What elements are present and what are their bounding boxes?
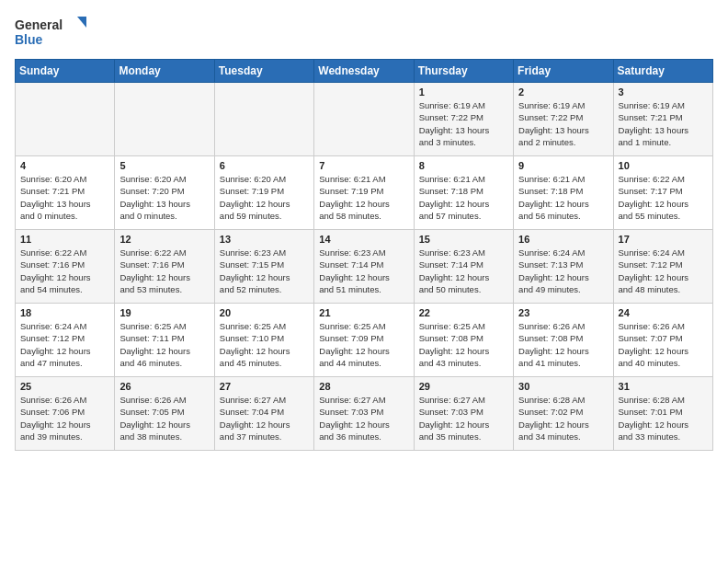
day-info: Sunrise: 6:19 AMSunset: 7:21 PMDaylight:… [619, 99, 708, 148]
column-header-wednesday: Wednesday [314, 60, 414, 83]
day-number: 12 [119, 234, 209, 245]
calendar-cell: 29Sunrise: 6:27 AMSunset: 7:03 PMDayligh… [414, 377, 513, 451]
calendar-week-row: 25Sunrise: 6:26 AMSunset: 7:06 PMDayligh… [16, 377, 713, 451]
day-info: Sunrise: 6:26 AMSunset: 7:08 PMDaylight:… [518, 320, 608, 369]
day-number: 14 [319, 234, 408, 245]
day-info: Sunrise: 6:23 AMSunset: 7:14 PMDaylight:… [419, 247, 508, 295]
day-info: Sunrise: 6:24 AMSunset: 7:12 PMDaylight:… [20, 320, 109, 369]
calendar-header-row: SundayMondayTuesdayWednesdayThursdayFrid… [16, 60, 713, 83]
calendar-cell: 25Sunrise: 6:26 AMSunset: 7:06 PMDayligh… [16, 377, 115, 451]
column-header-thursday: Thursday [414, 60, 513, 83]
calendar-week-row: 11Sunrise: 6:22 AMSunset: 7:16 PMDayligh… [16, 230, 713, 304]
day-number: 15 [419, 234, 508, 245]
day-number: 5 [119, 160, 209, 171]
day-number: 27 [220, 381, 309, 392]
day-info: Sunrise: 6:21 AMSunset: 7:19 PMDaylight:… [319, 173, 408, 222]
calendar-cell: 21Sunrise: 6:25 AMSunset: 7:09 PMDayligh… [314, 304, 414, 377]
column-header-sunday: Sunday [16, 60, 115, 83]
day-info: Sunrise: 6:27 AMSunset: 7:03 PMDaylight:… [319, 394, 408, 442]
day-info: Sunrise: 6:22 AMSunset: 7:17 PMDaylight:… [619, 173, 708, 222]
calendar-week-row: 4Sunrise: 6:20 AMSunset: 7:21 PMDaylight… [16, 156, 713, 230]
calendar-cell: 7Sunrise: 6:21 AMSunset: 7:19 PMDaylight… [314, 156, 414, 230]
day-number: 18 [20, 307, 109, 318]
calendar-week-row: 18Sunrise: 6:24 AMSunset: 7:12 PMDayligh… [16, 304, 713, 377]
day-info: Sunrise: 6:20 AMSunset: 7:21 PMDaylight:… [20, 173, 109, 222]
day-info: Sunrise: 6:24 AMSunset: 7:12 PMDaylight:… [619, 247, 708, 295]
calendar-cell: 30Sunrise: 6:28 AMSunset: 7:02 PMDayligh… [514, 377, 613, 451]
day-info: Sunrise: 6:27 AMSunset: 7:04 PMDaylight:… [220, 394, 309, 442]
day-info: Sunrise: 6:22 AMSunset: 7:16 PMDaylight:… [20, 247, 109, 295]
day-info: Sunrise: 6:26 AMSunset: 7:07 PMDaylight:… [619, 320, 708, 369]
day-info: Sunrise: 6:25 AMSunset: 7:09 PMDaylight:… [319, 320, 408, 369]
calendar-cell: 5Sunrise: 6:20 AMSunset: 7:20 PMDaylight… [115, 156, 214, 230]
day-number: 1 [419, 86, 508, 98]
day-number: 17 [619, 234, 708, 245]
day-number: 9 [518, 160, 608, 171]
column-header-tuesday: Tuesday [214, 60, 313, 83]
column-header-monday: Monday [115, 60, 214, 83]
svg-marker-1 [77, 17, 86, 28]
calendar-cell [16, 83, 115, 156]
day-number: 11 [20, 234, 109, 245]
day-number: 28 [319, 381, 408, 392]
day-info: Sunrise: 6:23 AMSunset: 7:15 PMDaylight:… [220, 247, 309, 295]
calendar-cell: 8Sunrise: 6:21 AMSunset: 7:18 PMDaylight… [414, 156, 513, 230]
day-info: Sunrise: 6:24 AMSunset: 7:13 PMDaylight:… [518, 247, 608, 295]
calendar-cell: 31Sunrise: 6:28 AMSunset: 7:01 PMDayligh… [613, 377, 712, 451]
calendar-cell: 22Sunrise: 6:25 AMSunset: 7:08 PMDayligh… [414, 304, 513, 377]
calendar-cell: 9Sunrise: 6:21 AMSunset: 7:18 PMDaylight… [514, 156, 613, 230]
calendar-cell: 6Sunrise: 6:20 AMSunset: 7:19 PMDaylight… [214, 156, 313, 230]
day-info: Sunrise: 6:27 AMSunset: 7:03 PMDaylight:… [419, 394, 508, 442]
day-number: 22 [419, 307, 508, 318]
day-number: 2 [518, 86, 608, 98]
day-info: Sunrise: 6:20 AMSunset: 7:20 PMDaylight:… [119, 173, 209, 222]
calendar-cell [314, 83, 414, 156]
day-info: Sunrise: 6:19 AMSunset: 7:22 PMDaylight:… [518, 99, 608, 148]
calendar-cell: 27Sunrise: 6:27 AMSunset: 7:04 PMDayligh… [214, 377, 313, 451]
day-number: 3 [619, 86, 708, 98]
day-info: Sunrise: 6:25 AMSunset: 7:10 PMDaylight:… [220, 320, 309, 369]
calendar-cell: 10Sunrise: 6:22 AMSunset: 7:17 PMDayligh… [613, 156, 712, 230]
day-info: Sunrise: 6:19 AMSunset: 7:22 PMDaylight:… [419, 99, 508, 148]
calendar-cell: 17Sunrise: 6:24 AMSunset: 7:12 PMDayligh… [613, 230, 712, 304]
calendar-cell: 20Sunrise: 6:25 AMSunset: 7:10 PMDayligh… [214, 304, 313, 377]
day-number: 24 [619, 307, 708, 318]
day-info: Sunrise: 6:25 AMSunset: 7:11 PMDaylight:… [119, 320, 209, 369]
day-number: 7 [319, 160, 408, 171]
calendar-table: SundayMondayTuesdayWednesdayThursdayFrid… [15, 59, 713, 451]
day-number: 16 [518, 234, 608, 245]
day-info: Sunrise: 6:21 AMSunset: 7:18 PMDaylight:… [518, 173, 608, 222]
calendar-cell: 4Sunrise: 6:20 AMSunset: 7:21 PMDaylight… [16, 156, 115, 230]
day-number: 20 [220, 307, 309, 318]
day-number: 29 [419, 381, 508, 392]
day-info: Sunrise: 6:20 AMSunset: 7:19 PMDaylight:… [220, 173, 309, 222]
day-number: 26 [119, 381, 209, 392]
day-number: 25 [20, 381, 109, 392]
day-number: 6 [220, 160, 309, 171]
calendar-cell: 13Sunrise: 6:23 AMSunset: 7:15 PMDayligh… [214, 230, 313, 304]
day-info: Sunrise: 6:28 AMSunset: 7:01 PMDaylight:… [619, 394, 708, 442]
calendar-cell: 16Sunrise: 6:24 AMSunset: 7:13 PMDayligh… [514, 230, 613, 304]
calendar-cell: 3Sunrise: 6:19 AMSunset: 7:21 PMDaylight… [613, 83, 712, 156]
day-number: 23 [518, 307, 608, 318]
day-info: Sunrise: 6:28 AMSunset: 7:02 PMDaylight:… [518, 394, 608, 442]
day-number: 13 [220, 234, 309, 245]
svg-text:Blue: Blue [15, 32, 43, 47]
calendar-cell: 24Sunrise: 6:26 AMSunset: 7:07 PMDayligh… [613, 304, 712, 377]
day-number: 21 [319, 307, 408, 318]
svg-text:General: General [15, 17, 63, 32]
day-info: Sunrise: 6:26 AMSunset: 7:06 PMDaylight:… [20, 394, 109, 442]
calendar-cell: 18Sunrise: 6:24 AMSunset: 7:12 PMDayligh… [16, 304, 115, 377]
day-number: 31 [619, 381, 708, 392]
calendar-cell: 19Sunrise: 6:25 AMSunset: 7:11 PMDayligh… [115, 304, 214, 377]
calendar-cell: 26Sunrise: 6:26 AMSunset: 7:05 PMDayligh… [115, 377, 214, 451]
calendar-cell: 1Sunrise: 6:19 AMSunset: 7:22 PMDaylight… [414, 83, 513, 156]
day-number: 10 [619, 160, 708, 171]
day-number: 4 [20, 160, 109, 171]
calendar-cell [115, 83, 214, 156]
calendar-cell: 28Sunrise: 6:27 AMSunset: 7:03 PMDayligh… [314, 377, 414, 451]
calendar-cell: 14Sunrise: 6:23 AMSunset: 7:14 PMDayligh… [314, 230, 414, 304]
calendar-cell [214, 83, 313, 156]
logo-svg: GeneralBlue [15, 15, 88, 50]
calendar-cell: 2Sunrise: 6:19 AMSunset: 7:22 PMDaylight… [514, 83, 613, 156]
